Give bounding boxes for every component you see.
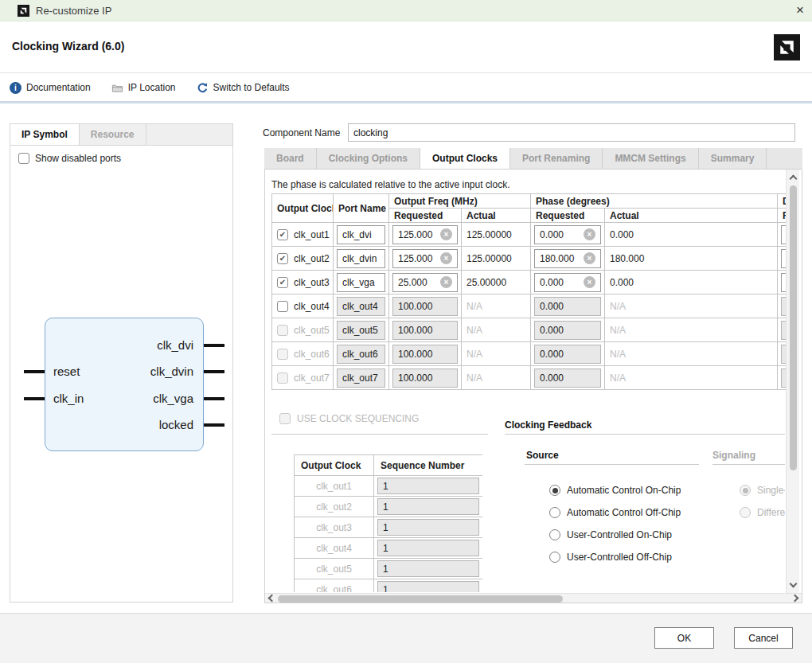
radio-automatic-control-off-chip[interactable]: Automatic Control Off-Chip [549,507,681,518]
tab-board[interactable]: Board [264,148,317,170]
close-icon[interactable]: × [796,2,804,19]
sequence-number-cell: 1 [374,538,483,559]
ok-button[interactable]: OK [654,627,714,649]
radio-dot [552,488,558,493]
vertical-scrollbar[interactable] [786,170,799,593]
wizard-title: Clocking Wizard (6.0) [12,40,124,53]
user-controlled-on-chip-radio[interactable] [549,529,560,540]
scroll-up-icon[interactable] [790,175,798,183]
tab-summary[interactable]: Summary [699,148,767,170]
phase-requested-value: 0.000 [540,229,564,240]
clear-icon[interactable]: × [440,276,452,288]
clk_out5-freq-field: 100.000 [392,321,458,340]
horizontal-scrollbar[interactable] [265,593,802,603]
seq-col-sequence-number: Sequence Number [374,455,483,476]
cell-port-name: clk_vga [334,271,389,294]
radio-user-controlled-on-chip[interactable]: User-Controlled On-Chip [549,529,672,540]
cell-output-clock: clk_out5 [272,318,334,342]
vertical-scroll-thumb[interactable] [790,185,797,470]
clk_out1-checkbox[interactable]: ✔ [277,229,288,240]
clk_out1-freq-field[interactable]: 125.000× [392,225,458,244]
dialog-titlebar: Re-customize IP × [0,0,812,21]
cell-output-clock: clk_out4 [272,294,334,318]
clk_out2-phase-field[interactable]: 180.000× [534,249,601,268]
tab-ip-symbol[interactable]: IP Symbol [10,124,80,145]
cell-freq-requested: 25.000× [389,271,462,294]
clock-row-clk_out6: clk_out6clk_out6100.000N/A0.000N/A50.000 [272,342,788,366]
ip-location-button[interactable]: IP Location [111,82,176,94]
clk_out2-port-field[interactable]: clk_dvin [337,249,385,268]
clear-icon[interactable]: × [440,252,452,264]
scroll-down-icon[interactable] [790,580,798,588]
sequence-number-value: 1 [383,522,388,533]
clk_out1-phase-field[interactable]: 0.000× [534,225,601,244]
refresh-icon [197,82,209,94]
cell-freq-actual: N/A [462,366,531,390]
dialog-title: Re-customize IP [36,5,111,17]
horizontal-scroll-thumb[interactable] [278,595,563,603]
cell-phase-actual: 180.000 [605,247,778,271]
clear-icon[interactable]: × [440,228,452,240]
show-disabled-ports-label: Show disabled ports [35,153,121,164]
output-clock-option: ✔clk_out2 [272,253,333,264]
clk_dvi-port-stub [204,344,224,347]
sequence-clock-name: clk_out3 [295,517,374,538]
clear-icon[interactable]: × [584,276,595,288]
tab-port-renaming[interactable]: Port Renaming [510,148,603,170]
cell-freq-actual: N/A [462,318,531,342]
scroll-left-icon[interactable] [268,595,276,603]
tab-clocking-options[interactable]: Clocking Options [317,148,420,170]
clk_out5-label: clk_out5 [294,325,330,336]
component-name-input[interactable] [348,123,795,142]
show-disabled-ports-option[interactable]: Show disabled ports [18,153,121,164]
phase-requested-value: 180.000 [540,253,574,264]
clear-icon[interactable]: × [584,252,595,264]
sequence-number-cell: 1 [374,497,483,517]
clk_out2-label: clk_out2 [294,253,330,264]
clk_out3-freq-field[interactable]: 25.000× [392,273,458,292]
clk_out4-port-field: clk_out4 [337,297,385,316]
show-disabled-ports-checkbox[interactable] [18,153,29,164]
radio-automatic-control-on-chip[interactable]: Automatic Control On-Chip [549,485,681,496]
sequence-table-wrap: Output Clock Sequence Number clk_out11cl… [294,454,482,592]
clk_out3-phase-field[interactable]: 0.000× [534,273,601,292]
freq-requested-value: 25.000 [398,277,427,288]
tab-mmcm-settings[interactable]: MMCM Settings [603,148,698,170]
port-name-value: clk_out6 [342,349,378,360]
automatic-control-off-chip-radio[interactable] [549,507,560,518]
cancel-button[interactable]: Cancel [734,627,793,649]
clear-icon[interactable]: × [584,228,595,240]
scroll-right-icon[interactable] [791,595,799,603]
phase-actual-value: N/A [605,372,626,384]
info-icon: i [10,82,21,94]
clk_vga-port-stub [204,397,224,400]
switch-to-defaults-button[interactable]: Switch to Defaults [197,82,290,94]
tab-output-clocks[interactable]: Output Clocks [420,148,510,170]
clk_in-port-label: clk_in [53,392,84,405]
cell-freq-requested: 125.000× [389,247,462,271]
automatic-control-on-chip-radio[interactable] [549,485,560,496]
freq-actual-value: N/A [462,325,482,336]
output-clock-option: ✔clk_out1 [272,229,333,240]
clk_out2-freq-field[interactable]: 125.000× [392,249,458,268]
radio-label: User-Controlled Off-Chip [567,552,672,563]
clk_out2-checkbox[interactable]: ✔ [277,253,288,264]
tab-resource[interactable]: Resource [80,124,146,145]
sequence-row-clk_out5: clk_out51 [295,559,483,579]
radio-label: Single-ended [757,485,785,496]
radio-user-controlled-off-chip[interactable]: User-Controlled Off-Chip [549,552,672,563]
clk_out4-checkbox[interactable] [277,301,288,312]
clk_out3-port-field[interactable]: clk_vga [337,273,385,292]
cell-freq-actual: N/A [462,342,531,366]
sequence-clock-name: clk_out6 [295,579,374,593]
cell-freq-actual: 125.00000 [462,223,531,247]
clk_out3-checkbox[interactable]: ✔ [277,277,288,288]
clock-row-clk_out1: ✔clk_out1clk_dvi125.000×125.000000.000×0… [272,223,788,247]
user-controlled-off-chip-radio[interactable] [549,552,560,563]
clk_out1-sequence-field: 1 [377,478,479,494]
clk_out1-port-field[interactable]: clk_dvi [337,225,385,244]
clk_out4-phase-field: 0.000 [534,297,601,316]
freq-requested-value: 125.000 [398,253,432,264]
documentation-button[interactable]: i Documentation [10,82,91,94]
cell-phase-requested: 0.000 [531,366,605,390]
